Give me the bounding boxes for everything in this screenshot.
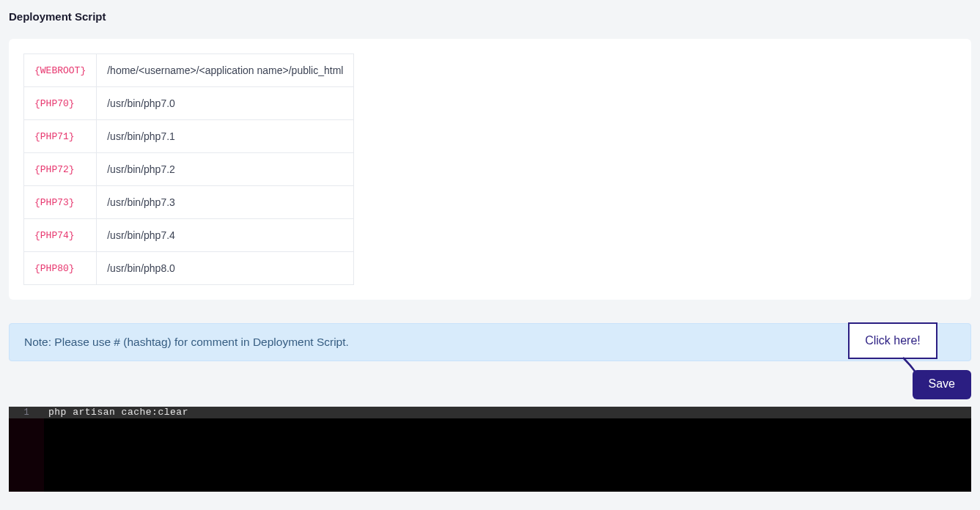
variable-value: /usr/bin/php8.0	[97, 252, 354, 285]
callout-click-here: Click here!	[848, 322, 937, 359]
variable-key: {PHP71}	[24, 120, 97, 153]
table-row: {PHP72}/usr/bin/php7.2	[24, 153, 354, 186]
editor-body	[9, 418, 971, 492]
table-row: {PHP73}/usr/bin/php7.3	[24, 186, 354, 219]
variable-value: /usr/bin/php7.1	[97, 120, 354, 153]
variable-key: {PHP73}	[24, 186, 97, 219]
variable-value: /usr/bin/php7.3	[97, 186, 354, 219]
variable-value: /usr/bin/php7.4	[97, 219, 354, 252]
variable-key: {PHP74}	[24, 219, 97, 252]
variable-key: {PHP70}	[24, 87, 97, 120]
editor-gutter-column	[9, 418, 44, 492]
variable-value: /usr/bin/php7.0	[97, 87, 354, 120]
variables-card: {WEBROOT}/home/<username>/<application n…	[9, 39, 971, 300]
variable-value: /usr/bin/php7.2	[97, 153, 354, 186]
variable-key: {PHP72}	[24, 153, 97, 186]
table-row: {WEBROOT}/home/<username>/<application n…	[24, 54, 354, 87]
editor-line-1-text: php artisan cache:clear	[44, 407, 188, 418]
save-button[interactable]: Save	[913, 370, 971, 399]
table-row: {PHP80}/usr/bin/php8.0	[24, 252, 354, 285]
editor-line-1: 1 php artisan cache:clear	[9, 407, 971, 418]
editor-main[interactable]	[44, 418, 971, 492]
editor-gutter-line-number: 1	[9, 407, 44, 418]
note-bar: Note: Please use # (hashtag) for comment…	[9, 323, 971, 361]
save-row: Save	[9, 370, 971, 399]
variable-value: /home/<username>/<application name>/publ…	[97, 54, 354, 87]
page-title: Deployment Script	[0, 0, 980, 23]
table-row: {PHP71}/usr/bin/php7.1	[24, 120, 354, 153]
table-row: {PHP70}/usr/bin/php7.0	[24, 87, 354, 120]
variable-key: {PHP80}	[24, 252, 97, 285]
code-editor[interactable]: 1 php artisan cache:clear	[9, 407, 971, 492]
variables-table: {WEBROOT}/home/<username>/<application n…	[23, 53, 354, 285]
variable-key: {WEBROOT}	[24, 54, 97, 87]
table-row: {PHP74}/usr/bin/php7.4	[24, 219, 354, 252]
